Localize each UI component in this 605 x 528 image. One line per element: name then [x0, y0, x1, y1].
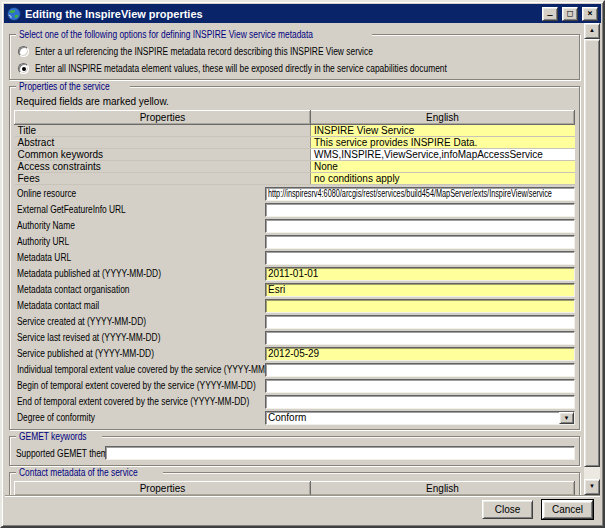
- field-row-metadata-contact-organisation: Metadata contact organisation Esri: [14, 282, 575, 297]
- field-row-gemet-themes: Supported GEMET themes: [14, 445, 575, 461]
- close-window-button[interactable]: ×: [582, 7, 598, 21]
- metadata-contact-organisation-input[interactable]: Esri: [265, 283, 575, 297]
- row-label: Access constraints: [15, 161, 311, 173]
- service-properties-table: Properties English Title INSPIRE View Se…: [14, 110, 575, 185]
- field-row-service-created-at: Service created at (YYYY-MM-DD): [14, 314, 575, 329]
- degree-of-conformity-select[interactable]: Conform ▼: [265, 411, 575, 425]
- window-title: Editing the InspireView properties: [25, 8, 538, 20]
- radio-enter-url[interactable]: [18, 46, 29, 57]
- table-row-common-keywords: Common keywords WMS,INSPIRE,ViewService,…: [15, 149, 575, 161]
- access-constraints-value-cell[interactable]: None: [311, 161, 575, 173]
- field-row-begin-temporal-extent: Begin of temporal extent covered by the …: [14, 378, 575, 393]
- contact-metadata-table: Properties English Name [your name] Orga…: [14, 481, 575, 495]
- field-row-external-getfeatureinfo-url: External GetFeatureInfo URL: [14, 202, 575, 217]
- authority-name-input[interactable]: [265, 219, 575, 233]
- scroll-up-icon[interactable]: ▲: [584, 23, 600, 39]
- table-row-access-constraints: Access constraints None: [15, 161, 575, 173]
- contact-group-title: Contact metadata of the service: [16, 467, 163, 478]
- common-keywords-value-cell[interactable]: WMS,INSPIRE,ViewService,infoMapAccessSer…: [311, 149, 575, 161]
- field-row-authority-name: Authority Name: [14, 218, 575, 233]
- globe-icon: [7, 7, 21, 21]
- row-label: Fees: [15, 173, 311, 185]
- radio-enter-url-label: Enter a url referencing the INSPIRE meta…: [35, 46, 373, 57]
- field-row-degree-of-conformity: Degree of conformity Conform ▼: [14, 410, 575, 425]
- column-header-english[interactable]: English: [311, 482, 575, 496]
- authority-url-input[interactable]: [265, 235, 575, 249]
- properties-group-title: Properties of the service: [16, 81, 130, 92]
- service-published-at-input[interactable]: 2012-05-29: [265, 347, 575, 361]
- field-row-online-resource: Online resource http://inspiresrv4:6080/…: [14, 186, 575, 201]
- fees-value-cell[interactable]: no conditions apply: [311, 173, 575, 185]
- service-last-revised-at-input[interactable]: [265, 331, 575, 345]
- row-label: Abstract: [15, 137, 311, 149]
- required-fields-note: Required fields are marked yellow.: [14, 95, 575, 110]
- column-header-properties[interactable]: Properties: [15, 111, 311, 125]
- radio-enter-values-label: Enter all INSPIRE metadata element value…: [35, 63, 447, 74]
- button-bar: Close Cancel: [5, 495, 600, 523]
- minimize-button[interactable]: _: [542, 7, 558, 21]
- gemet-group-title: GEMET keywords: [16, 431, 102, 442]
- gemet-groupbox: GEMET keywords Supported GEMET themes: [9, 436, 580, 466]
- metadata-contact-mail-input[interactable]: [265, 299, 575, 313]
- field-row-end-temporal-extent: End of temporal extent covered by the se…: [14, 394, 575, 409]
- properties-groupbox: Properties of the service Required field…: [9, 86, 580, 430]
- field-row-service-last-revised-at: Service last revised at (YYYY-MM-DD): [14, 330, 575, 345]
- external-getfeatureinfo-url-input[interactable]: [265, 203, 575, 217]
- field-row-authority-url: Authority URL: [14, 234, 575, 249]
- radio-enter-values[interactable]: [18, 63, 29, 74]
- scroll-down-icon[interactable]: ▼: [584, 479, 600, 495]
- begin-temporal-extent-input[interactable]: [265, 379, 575, 393]
- title-value-cell[interactable]: INSPIRE View Service: [311, 125, 575, 137]
- close-button[interactable]: Close: [482, 500, 533, 519]
- radio-row-metadata-url[interactable]: Enter a url referencing the INSPIRE meta…: [14, 43, 575, 60]
- field-row-metadata-published-at: Metadata published at (YYYY-MM-DD) 2011-…: [14, 266, 575, 281]
- dialog-editing-inspireview-properties: Editing the InspireView properties _ □ ×…: [0, 0, 605, 528]
- scrollbar-thumb[interactable]: [584, 39, 600, 467]
- metadata-url-input[interactable]: [265, 251, 575, 265]
- vertical-scrollbar[interactable]: ▲ ▼: [584, 23, 600, 495]
- metadata-published-at-input[interactable]: 2011-01-01: [265, 267, 575, 281]
- row-label: Title: [15, 125, 311, 137]
- table-row-fees: Fees no conditions apply: [15, 173, 575, 185]
- column-header-english[interactable]: English: [311, 111, 575, 125]
- table-row-abstract: Abstract This service provides INSPIRE D…: [15, 137, 575, 149]
- field-row-service-published-at: Service published at (YYYY-MM-DD) 2012-0…: [14, 346, 575, 361]
- options-groupbox: Select one of the following options for …: [9, 34, 580, 80]
- field-row-individual-temporal-extent: Individual temporal extent value covered…: [14, 362, 575, 377]
- contact-groupbox: Contact metadata of the service Properti…: [9, 472, 580, 495]
- abstract-value-cell[interactable]: This service provides INSPIRE Data.: [311, 137, 575, 149]
- scroll-content-area: Select one of the following options for …: [5, 23, 600, 495]
- options-group-title: Select one of the following options for …: [16, 29, 372, 40]
- online-resource-input[interactable]: http://inspiresrv4:6080/arcgis/rest/serv…: [265, 187, 575, 201]
- row-label: Common keywords: [15, 149, 311, 161]
- service-created-at-input[interactable]: [265, 315, 575, 329]
- title-bar[interactable]: Editing the InspireView properties _ □ ×: [4, 4, 601, 23]
- radio-row-metadata-values[interactable]: Enter all INSPIRE metadata element value…: [14, 60, 575, 77]
- table-row-title: Title INSPIRE View Service: [15, 125, 575, 137]
- end-temporal-extent-input[interactable]: [265, 395, 575, 409]
- cancel-button[interactable]: Cancel: [542, 500, 593, 519]
- maximize-button[interactable]: □: [562, 7, 578, 21]
- field-row-metadata-url: Metadata URL: [14, 250, 575, 265]
- field-row-metadata-contact-mail: Metadata contact mail: [14, 298, 575, 313]
- form-viewport: Select one of the following options for …: [5, 23, 584, 495]
- chevron-down-icon[interactable]: ▼: [559, 412, 574, 424]
- column-header-properties[interactable]: Properties: [15, 482, 311, 496]
- individual-temporal-extent-input[interactable]: [265, 363, 575, 377]
- supported-gemet-themes-input[interactable]: [105, 446, 575, 460]
